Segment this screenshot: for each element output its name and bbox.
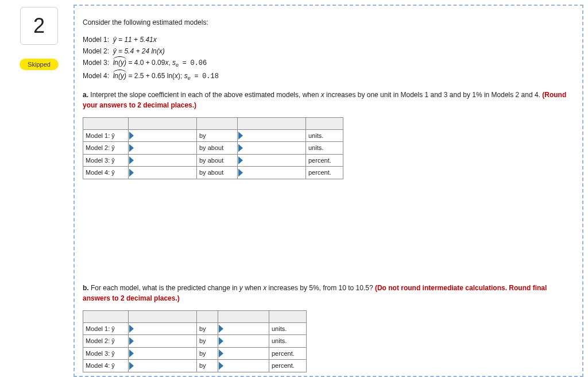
dropdown-cell[interactable] (129, 129, 197, 142)
row-label: Model 2: ŷ (83, 142, 129, 155)
dropdown-icon (238, 144, 243, 152)
table-row: Model 2: ŷ by units. (83, 335, 307, 348)
dropdown-cell[interactable] (218, 322, 269, 335)
intro-text: Consider the following estimated models: (83, 17, 574, 28)
dropdown-cell[interactable] (129, 142, 197, 155)
dropdown-cell[interactable] (238, 167, 306, 179)
model-equations: Model 1: ŷ = 11 + 5.41x Model 2: ŷ = 5.4… (83, 34, 574, 83)
part-b: b. For each model, what is the predicted… (83, 283, 574, 372)
row-label: Model 1: ŷ (83, 129, 129, 142)
dropdown-icon (129, 325, 134, 333)
part-b-table: Model 1: ŷ by units. Model 2: ŷ by units… (83, 310, 307, 372)
dropdown-cell[interactable] (129, 167, 197, 179)
question-number: 2 (33, 14, 45, 38)
model-3-se: 0.06 (190, 59, 207, 67)
mid-text: by (197, 129, 238, 142)
dropdown-icon (129, 156, 134, 164)
unit-text: units. (269, 322, 307, 335)
mid-text: by about (197, 154, 238, 167)
question-page: 2 Skipped Consider the following estimat… (0, 0, 588, 377)
dropdown-icon (219, 349, 223, 357)
table-row: Model 3: ŷ by percent. (83, 347, 307, 360)
dropdown-cell[interactable] (129, 335, 197, 348)
dropdown-cell[interactable] (129, 347, 197, 360)
row-label: Model 3: ŷ (83, 154, 129, 167)
mid-text: by about (197, 167, 238, 179)
model-1-label: Model 1: (83, 36, 109, 44)
unit-text: percent. (306, 167, 343, 179)
model-4-label: Model 4: (83, 72, 109, 80)
dropdown-cell[interactable] (218, 335, 269, 348)
dropdown-icon (238, 156, 243, 164)
model-3-label: Model 3: (83, 59, 109, 67)
unit-text: percent. (269, 360, 307, 372)
dropdown-icon (129, 362, 134, 370)
dropdown-cell[interactable] (238, 129, 306, 142)
unit-text: percent. (306, 154, 343, 167)
mid-text: by about (197, 142, 238, 155)
dropdown-cell[interactable] (218, 347, 269, 360)
dropdown-cell[interactable] (238, 154, 306, 167)
part-b-rounding: (Do not round intermediate calculations.… (83, 284, 547, 302)
dropdown-icon (219, 325, 223, 333)
model-1: Model 1: ŷ = 11 + 5.41x (83, 34, 574, 45)
y-hat-icon: ŷ (113, 47, 117, 55)
row-label: Model 4: ŷ (83, 167, 129, 179)
model-2: Model 2: ŷ = 5.4 + 24 ln(x) (83, 46, 574, 56)
part-b-label: b. (83, 284, 89, 292)
dropdown-icon (238, 132, 243, 140)
dropdown-cell[interactable] (238, 142, 306, 155)
mid-text: by (197, 322, 218, 335)
unit-text: percent. (269, 347, 307, 360)
table-row: Model 4: ŷ by about percent. (83, 167, 343, 179)
part-a: a. Interpret the slope coefficient in ea… (83, 90, 574, 179)
model-4-se: 0.18 (202, 72, 219, 80)
status-badge: Skipped (20, 59, 59, 70)
model-4: Model 4: ln(y) = 2.5 + 0.65 ln(x); se = … (83, 71, 574, 83)
unit-text: units. (269, 335, 307, 348)
dropdown-cell[interactable] (218, 360, 269, 372)
table-row: Model 1: ŷ by units. (83, 129, 343, 142)
question-number-box: 2 (20, 7, 58, 45)
dropdown-icon (219, 362, 223, 370)
part-a-prompt: a. Interpret the slope coefficient in ea… (83, 90, 574, 110)
question-sidebar: 2 Skipped (5, 5, 74, 377)
mid-text: by (197, 335, 218, 348)
unit-text: units. (306, 142, 343, 155)
dropdown-cell[interactable] (129, 154, 197, 167)
row-label: Model 1: ŷ (83, 322, 129, 335)
row-label: Model 4: ŷ (83, 360, 129, 372)
part-a-label: a. (83, 91, 88, 99)
part-b-prompt: b. For each model, what is the predicted… (83, 283, 574, 303)
dropdown-icon (238, 169, 243, 177)
row-label: Model 2: ŷ (83, 335, 129, 348)
row-label: Model 3: ŷ (83, 347, 129, 360)
dropdown-cell[interactable] (129, 360, 197, 372)
part-a-rounding: (Round your answers to 2 decimal places.… (83, 91, 566, 109)
y-hat-icon: ŷ (113, 36, 117, 44)
dropdown-icon (129, 169, 134, 177)
dropdown-icon (129, 349, 134, 357)
table-row: Model 2: ŷ by about units. (83, 142, 343, 155)
model-2-label: Model 2: (83, 47, 109, 55)
mid-text: by (197, 360, 218, 372)
dropdown-icon (219, 337, 223, 345)
question-content: Consider the following estimated models:… (74, 5, 583, 377)
table-row: Model 3: ŷ by about percent. (83, 154, 343, 167)
part-a-table: Model 1: ŷ by units. Model 2: ŷ by about… (83, 117, 343, 179)
dropdown-icon (129, 337, 134, 345)
dropdown-cell[interactable] (129, 322, 197, 335)
table-row: Model 1: ŷ by units. (83, 322, 307, 335)
table-row: Model 4: ŷ by percent. (83, 360, 307, 372)
unit-text: units. (306, 129, 343, 142)
dropdown-icon (129, 144, 134, 152)
mid-text: by (197, 347, 218, 360)
status-label: Skipped (28, 61, 51, 68)
model-3: Model 3: ln(y) = 4.0 + 0.09x, se = 0.06 (83, 57, 574, 70)
dropdown-icon (129, 132, 134, 140)
